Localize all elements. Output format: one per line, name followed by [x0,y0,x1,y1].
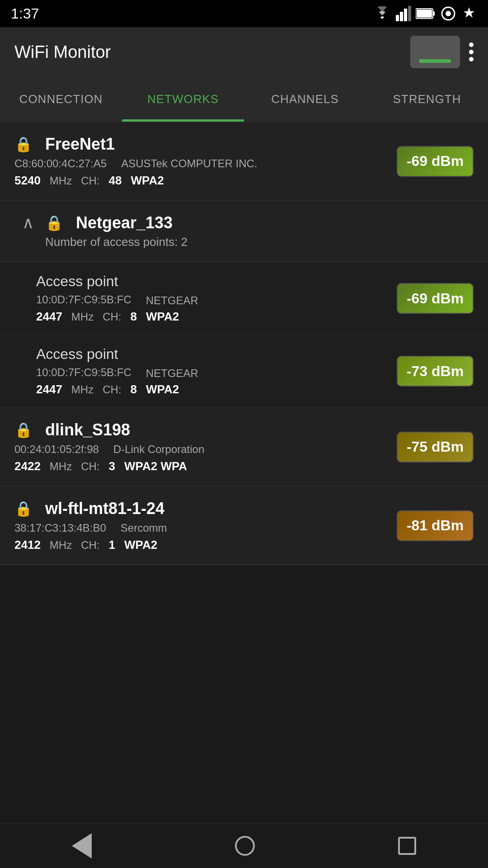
expand-chevron-netgear133[interactable]: ∧ [14,213,42,232]
network-details-wlftlmt: 38:17:C3:13:4B:B0 Sercomm 2412 MHz CH: 1… [14,522,167,552]
freq-line-freenet1: 5240 MHz CH: 48 WPA2 [14,174,258,188]
freq-line-wlftlmt: 2412 MHz CH: 1 WPA2 [14,538,167,552]
recents-button[interactable] [398,837,416,855]
mac-vendor-dlinks198: 00:24:01:05:2f:98 D-Link Corporation [14,443,204,456]
more-options-button[interactable] [469,42,474,61]
network-list: 🔒 FreeNet1 C8:60:00:4C:27:A5 ASUSTek COM… [0,122,488,565]
signal-badge-freenet1: -69 dBm [397,146,474,177]
network-name-dlinks198: dlink_S198 [45,420,130,439]
mac-vendor-wlftlmt: 38:17:C3:13:4B:B0 Sercomm [14,522,167,534]
back-button[interactable] [72,833,92,859]
ap1-label: Access point [36,273,397,290]
ap2-channel: 8 [131,382,137,396]
network-header-wlftlmt: 🔒 wl-ftl-mt81-1-24 38:17:C3:13:4B:B0 Ser… [14,499,474,552]
lock-icon-dlinks198: 🔒 [14,421,33,439]
network-count-netgear133: Number of access points: 2 [45,235,188,249]
network-name-wlftlmt: wl-ftl-mt81-1-24 [45,499,164,518]
ap2-freq: 2447 [36,382,62,396]
mac-freenet1: C8:60:00:4C:27:A5 [14,157,107,170]
monitor-button[interactable] [410,36,460,68]
app-title: WiFi Monitor [14,42,111,62]
app-bar-actions [410,36,474,68]
back-icon [72,833,92,859]
signal-badge-dlinks198: -75 dBm [397,432,474,462]
network-info-freenet1: 🔒 FreeNet1 C8:60:00:4C:27:A5 ASUSTek COM… [14,135,258,188]
ap1-security: WPA2 [146,310,179,324]
network-details-freenet1: C8:60:00:4C:27:A5 ASUSTek COMPUTER INC. … [14,157,258,188]
mac-dlinks198: 00:24:01:05:2f:98 [14,443,99,456]
freq-unit-freenet1: MHz [50,175,72,187]
tab-strength[interactable]: STRENGTH [366,77,488,122]
ap2-freq-line: 2447 MHz CH: 8 WPA2 [36,382,397,396]
vendor-wlftlmt: Sercomm [121,522,167,534]
channel-dlinks198: 3 [109,459,115,473]
signal-badge-ap1: -69 dBm [397,283,474,314]
status-time: 1:37 [11,5,39,22]
security-wlftlmt: WPA2 [124,538,157,552]
svg-rect-5 [433,11,435,16]
signal-badge-ap2: -73 dBm [397,356,474,387]
svg-rect-3 [408,6,411,21]
network-info-wlftlmt: 🔒 wl-ftl-mt81-1-24 38:17:C3:13:4B:B0 Ser… [14,499,167,552]
home-icon [235,836,255,856]
home-button[interactable] [235,836,255,856]
security-freenet1: WPA2 [131,174,164,188]
network-name-row-dlinks198: 🔒 dlink_S198 [14,420,204,439]
battery-status-icon [416,7,436,20]
tab-networks[interactable]: NETWORKS [122,77,244,122]
network-name-netgear133: Netgear_133 [76,213,173,232]
network-details-dlinks198: 00:24:01:05:2f:98 D-Link Corporation 242… [14,443,204,473]
security-dlinks198: WPA2 WPA [124,459,187,473]
ch-label-freenet1: CH: [81,175,99,187]
network-info-netgear133: 🔒 Netgear_133 Number of access points: 2 [45,213,188,249]
network-header-netgear133: ∧ 🔒 Netgear_133 Number of access points:… [14,213,474,249]
mac-wlftlmt: 38:17:C3:13:4B:B0 [14,522,106,534]
network-name-row-freenet1: 🔒 FreeNet1 [14,135,258,154]
channel-wlftlmt: 1 [109,538,115,552]
app-bar: WiFi Monitor [0,27,488,77]
lock-icon-wlftlmt: 🔒 [14,500,33,517]
wifi-status-icon [373,6,391,21]
access-point-2-info: Access point 10:0D:7F:C9:5B:FC NETGEAR 2… [36,346,397,396]
svg-rect-1 [400,12,403,21]
network-header-freenet1: 🔒 FreeNet1 C8:60:00:4C:27:A5 ASUSTek COM… [14,135,474,188]
freq-freenet1: 5240 [14,174,41,188]
network-name-row-wlftlmt: 🔒 wl-ftl-mt81-1-24 [14,499,167,518]
freq-wlftlmt: 2412 [14,538,41,552]
signal-status-icon [396,6,411,21]
network-item-netgear133: ∧ 🔒 Netgear_133 Number of access points:… [0,201,488,262]
network-name-freenet1: FreeNet1 [45,135,115,154]
ap1-vendor: NETGEAR [146,294,198,307]
svg-rect-2 [404,9,407,21]
ap1-freq: 2447 [36,310,62,324]
tab-channels[interactable]: CHANNELS [244,77,366,122]
svg-point-8 [446,11,451,16]
network-item-dlinks198: 🔒 dlink_S198 00:24:01:05:2f:98 D-Link Co… [0,408,488,486]
icon1-status [440,5,456,22]
lock-icon-netgear133: 🔒 [45,214,63,231]
signal-badge-wlftlmt: -81 dBm [397,510,474,541]
vendor-dlinks198: D-Link Corporation [113,443,204,456]
ap2-mac-vendor: 10:0D:7F:C9:5B:FC NETGEAR [36,366,397,381]
network-info-dlinks198: 🔒 dlink_S198 00:24:01:05:2f:98 D-Link Co… [14,420,204,473]
ap2-mac: 10:0D:7F:C9:5B:FC [36,366,131,379]
freq-dlinks198: 2422 [14,459,41,473]
svg-rect-6 [417,9,432,18]
access-points-container-netgear133: Access point 10:0D:7F:C9:5B:FC NETGEAR 2… [0,262,488,408]
icon2-status [461,5,477,22]
ap2-label: Access point [36,346,397,363]
ap2-vendor: NETGEAR [146,367,198,380]
recents-icon [398,837,416,855]
tab-connection[interactable]: CONNECTION [0,77,122,122]
monitor-button-line [419,59,451,63]
ap2-security: WPA2 [146,382,179,396]
network-name-row-netgear133: 🔒 Netgear_133 [45,213,188,232]
status-bar: 1:37 [0,0,488,27]
access-point-2: Access point 10:0D:7F:C9:5B:FC NETGEAR 2… [0,335,488,408]
ap1-channel: 8 [131,310,137,324]
network-item-freenet1: 🔒 FreeNet1 C8:60:00:4C:27:A5 ASUSTek COM… [0,122,488,201]
network-header-dlinks198: 🔒 dlink_S198 00:24:01:05:2f:98 D-Link Co… [14,420,474,473]
ap1-freq-line: 2447 MHz CH: 8 WPA2 [36,310,397,324]
freq-line-dlinks198: 2422 MHz CH: 3 WPA2 WPA [14,459,204,473]
bottom-nav [0,823,488,868]
